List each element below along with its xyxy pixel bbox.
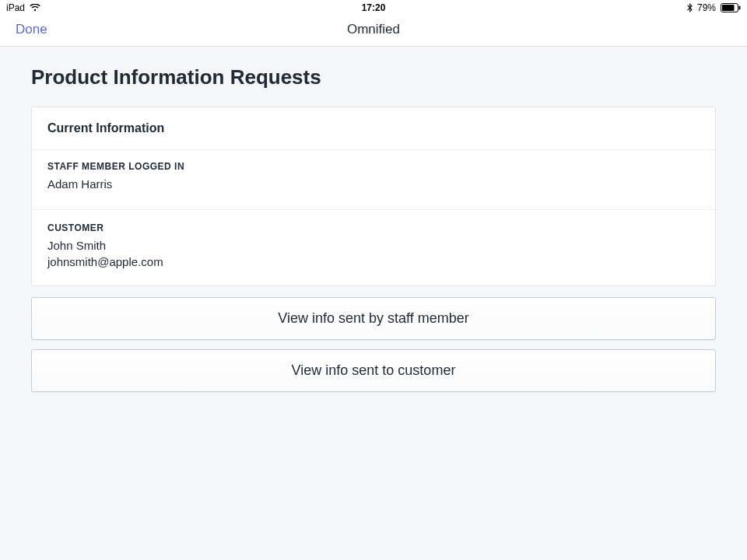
nav-bar: Done Omnified [0,16,747,47]
view-staff-info-button[interactable]: View info sent by staff member [31,297,716,340]
battery-text: 79% [697,2,716,13]
customer-label: CUSTOMER [47,222,700,233]
staff-label: STAFF MEMBER LOGGED IN [47,161,700,172]
svg-rect-2 [739,6,741,10]
nav-title: Omnified [347,22,400,37]
current-info-card: Current Information STAFF MEMBER LOGGED … [31,107,716,286]
ios-status-bar: iPad 17:20 79% [0,0,747,16]
card-heading: Current Information [47,121,700,135]
customer-email: johnsmith@apple.com [47,254,700,270]
battery-icon [721,3,741,12]
done-button[interactable]: Done [16,22,47,37]
card-heading-row: Current Information [32,107,715,150]
content-area: Product Information Requests Current Inf… [0,47,747,432]
wifi-icon [30,4,40,12]
customer-row: CUSTOMER John Smith johnsmith@apple.com [32,210,715,285]
svg-rect-1 [722,5,735,11]
staff-row: STAFF MEMBER LOGGED IN Adam Harris [32,150,715,210]
status-time: 17:20 [362,2,386,13]
device-label: iPad [6,2,25,13]
customer-name: John Smith [47,238,700,254]
view-customer-info-button[interactable]: View info sent to customer [31,349,716,392]
page-title: Product Information Requests [31,65,716,89]
bluetooth-icon [687,3,693,12]
staff-name: Adam Harris [47,177,700,192]
